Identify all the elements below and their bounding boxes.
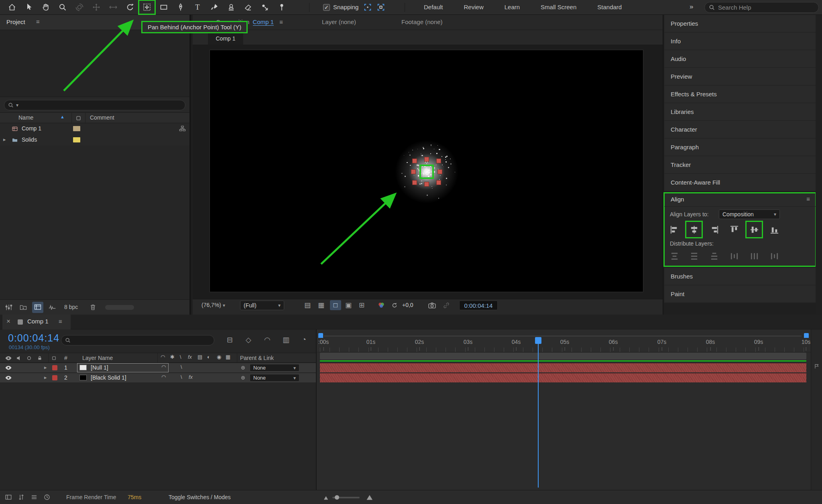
expand-caret-icon[interactable]: ▸ xyxy=(44,364,47,370)
panel-tab-preview[interactable]: Preview xyxy=(664,68,816,85)
frame-blend-switch-column-icon[interactable]: ▤ xyxy=(197,354,202,360)
collapse-switch-column-icon[interactable]: ✱ xyxy=(170,354,175,360)
align-panel-title[interactable]: Align xyxy=(671,196,684,203)
selection-handle[interactable] xyxy=(436,159,441,163)
eye-column-icon[interactable] xyxy=(5,356,12,361)
shy-switch[interactable]: ◠ xyxy=(161,374,166,380)
time-ruler[interactable]: :00s 01s 02s 03s 04s 05s 06s 07s 08s 09s… xyxy=(317,338,811,352)
align-horizontal-center-button[interactable] xyxy=(686,222,702,237)
project-row-comp1[interactable]: Comp 1 xyxy=(0,123,189,134)
column-parent-link[interactable]: Parent & Link xyxy=(240,355,274,361)
3d-switch-column-icon[interactable]: ▦ xyxy=(226,354,230,360)
dolly-camera-tool-button[interactable] xyxy=(105,0,121,14)
align-right-button[interactable] xyxy=(706,222,722,237)
orbit-camera-tool-button[interactable] xyxy=(71,0,87,14)
shy-switch-column-icon[interactable]: ◠ xyxy=(161,354,165,360)
panel-tab-paint[interactable]: Paint xyxy=(664,285,816,303)
nav-track[interactable] xyxy=(324,335,802,337)
layer-bar-null1[interactable] xyxy=(320,363,806,372)
frame-blend-icon[interactable]: ▥ xyxy=(283,335,289,344)
shy-switch[interactable]: ◠ xyxy=(161,364,166,370)
draft-3d-icon[interactable]: ◇ xyxy=(246,335,251,344)
selection-tool-button[interactable] xyxy=(21,0,37,14)
clone-stamp-tool-button[interactable] xyxy=(223,0,239,14)
label-column-icon[interactable] xyxy=(51,356,57,361)
eraser-tool-button[interactable] xyxy=(240,0,256,14)
align-layers-to-dropdown[interactable]: Composition▾ xyxy=(719,209,780,219)
selection-handle[interactable] xyxy=(424,182,429,187)
pen-tool-button[interactable] xyxy=(173,0,189,14)
project-panel-menu-icon[interactable]: ≡ xyxy=(36,18,40,25)
expand-caret-icon[interactable]: ▸ xyxy=(44,374,47,380)
timeline-tab[interactable]: × Comp 1 ≡ xyxy=(2,315,71,329)
timeline-search-box[interactable] xyxy=(61,335,214,345)
expand-transfer-controls-icon[interactable] xyxy=(18,494,25,501)
reset-exposure-icon[interactable] xyxy=(391,302,398,309)
selection-handle[interactable] xyxy=(411,169,416,174)
new-folder-icon[interactable] xyxy=(19,303,27,311)
align-bottom-button[interactable] xyxy=(767,222,782,237)
quality-switch[interactable]: \ xyxy=(181,364,182,370)
layer-name[interactable]: [Null 1] xyxy=(91,364,108,371)
magnification-dropdown[interactable]: (76,7%) ▾ xyxy=(201,302,225,308)
motion-blur-switch-column-icon[interactable]: ◐ xyxy=(207,354,210,360)
panel-tab-tracker[interactable]: Tracker xyxy=(664,156,816,173)
sort-ascending-icon[interactable]: ▲ xyxy=(60,114,65,119)
rectangle-tool-button[interactable] xyxy=(156,0,172,14)
timeline-search-input[interactable] xyxy=(73,337,189,344)
parent-dropdown[interactable]: None▾ xyxy=(250,364,299,372)
motion-blur-icon[interactable]: ◔ xyxy=(302,335,306,344)
viewer-timecode[interactable]: 0:00:04:14 xyxy=(459,301,498,310)
close-icon[interactable]: × xyxy=(6,317,10,325)
help-search-input[interactable] xyxy=(718,4,806,11)
bit-depth-label[interactable]: 8 bpc xyxy=(64,304,78,310)
align-vertical-center-button[interactable] xyxy=(747,222,762,237)
pickwhip-icon[interactable] xyxy=(240,365,246,371)
column-layer-name[interactable]: Layer Name xyxy=(82,355,113,361)
playhead-handle[interactable] xyxy=(535,337,541,344)
zoom-tool-button[interactable] xyxy=(55,0,71,14)
show-snapshot-link-icon[interactable] xyxy=(442,301,450,309)
trash-icon[interactable] xyxy=(89,303,97,311)
tab-composition-name[interactable]: Comp 1 xyxy=(253,18,274,26)
distribute-right-button[interactable] xyxy=(767,248,782,264)
tab-layer[interactable]: Layer (none) xyxy=(322,18,356,25)
label-column-icon[interactable] xyxy=(75,115,81,121)
expand-caret-icon[interactable]: ▸ xyxy=(3,136,6,142)
comp-marker-icon[interactable] xyxy=(814,364,820,369)
parent-dropdown[interactable]: None▾ xyxy=(250,374,299,382)
distribute-top-button[interactable] xyxy=(667,248,682,264)
toggle-switches-modes-button[interactable]: Toggle Switches / Modes xyxy=(169,494,231,500)
align-panel-menu-icon[interactable]: ≡ xyxy=(806,195,810,202)
selection-handle[interactable] xyxy=(424,157,429,162)
waveform-icon[interactable] xyxy=(48,303,56,311)
selection-handle[interactable] xyxy=(412,159,417,163)
interpret-footage-icon[interactable] xyxy=(5,303,13,311)
help-search-box[interactable] xyxy=(704,2,819,13)
expand-render-time-icon[interactable] xyxy=(43,494,51,501)
project-search-box[interactable]: ▾ xyxy=(4,100,185,110)
snapping-checkbox[interactable]: ✓ xyxy=(323,4,330,11)
brush-tool-button[interactable] xyxy=(206,0,222,14)
selection-handle[interactable] xyxy=(412,180,417,185)
comp-viewer-tab[interactable]: Comp 1 xyxy=(208,33,243,45)
anchor-point-icon[interactable] xyxy=(423,168,430,175)
timeline-menu-icon[interactable]: ≡ xyxy=(59,318,62,325)
column-name[interactable]: Name xyxy=(18,114,33,121)
selection-handle[interactable] xyxy=(437,169,442,174)
work-area-bar[interactable] xyxy=(320,353,806,360)
layer-name[interactable]: [Black Solid 1] xyxy=(91,374,126,381)
panel-tab-brushes[interactable]: Brushes xyxy=(664,268,816,285)
layer-color-chip[interactable] xyxy=(52,375,57,380)
puppet-pin-tool-button[interactable] xyxy=(274,0,290,14)
effects-switch[interactable]: fx xyxy=(189,374,193,380)
column-comment[interactable]: Comment xyxy=(90,114,114,121)
fast-previews-icon[interactable]: ▤ xyxy=(304,301,311,309)
panel-tab-info[interactable]: Info xyxy=(664,33,816,50)
region-of-interest-icon[interactable]: ▣ xyxy=(345,301,352,309)
panel-tab-libraries[interactable]: Libraries xyxy=(664,103,816,120)
project-panel-title[interactable]: Project xyxy=(6,18,25,25)
quality-switch-column-icon[interactable]: \ xyxy=(180,354,181,360)
project-search-input[interactable] xyxy=(21,102,160,109)
pixel-aspect-icon[interactable]: ⊞ xyxy=(359,301,364,309)
